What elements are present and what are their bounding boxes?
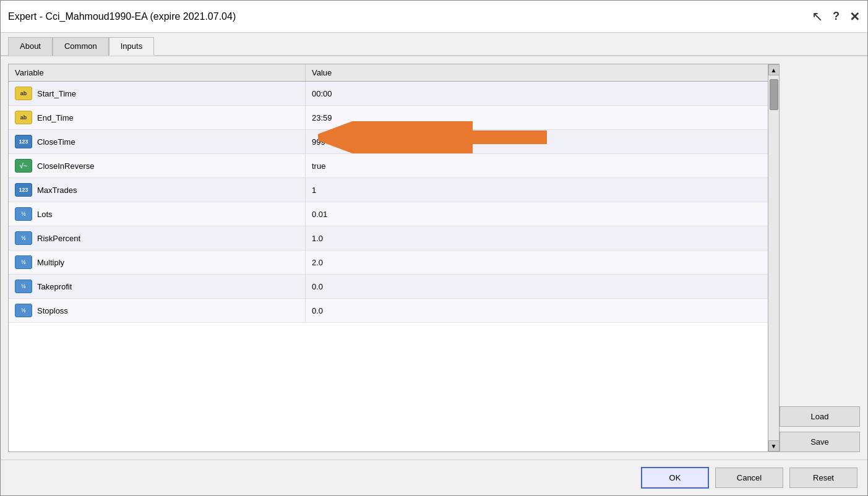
type-icon-123: 123 bbox=[15, 135, 32, 148]
ok-button[interactable]: OK bbox=[641, 467, 709, 489]
cell-value[interactable]: 23:59 bbox=[306, 106, 779, 129]
cell-value[interactable]: 00:00 bbox=[306, 82, 779, 105]
title-bar: Expert - Cci_Mahmoud1990-EA (expire 2021… bbox=[1, 1, 867, 33]
table-row[interactable]: ½ Lots 0.01 bbox=[9, 202, 779, 226]
type-icon-v2-blue: ½ bbox=[15, 207, 32, 221]
cell-variable: ab Start_Time bbox=[9, 82, 306, 105]
variable-name: End_Time bbox=[37, 113, 74, 122]
tab-about[interactable]: About bbox=[8, 37, 53, 56]
variable-name: Start_Time bbox=[37, 89, 76, 98]
type-icon-v2-blue: ½ bbox=[15, 255, 32, 269]
variable-name: CloseInReverse bbox=[37, 161, 95, 171]
cell-value[interactable]: 0.01 bbox=[306, 202, 779, 226]
variable-value: 0.0 bbox=[312, 306, 323, 315]
side-buttons: Load Save bbox=[780, 64, 860, 452]
cell-variable: ½ Lots bbox=[9, 202, 306, 226]
variable-value: 0.0 bbox=[312, 282, 323, 291]
table-row[interactable]: ab Start_Time 00:00 bbox=[9, 82, 779, 106]
variable-value: 00:00 bbox=[312, 89, 332, 98]
cell-variable: ½ Takeprofit bbox=[9, 275, 306, 298]
save-button[interactable]: Save bbox=[780, 432, 860, 452]
bottom-bar: OK Cancel Reset bbox=[1, 460, 867, 495]
table-body[interactable]: ab Start_Time 00:00 ab End_Time bbox=[9, 82, 779, 451]
scroll-thumb[interactable] bbox=[770, 79, 778, 110]
cell-variable: 123 CloseTime bbox=[9, 130, 306, 153]
variable-name: Multiply bbox=[37, 258, 64, 267]
scroll-down-arrow[interactable]: ▼ bbox=[768, 440, 780, 451]
type-icon-v2-blue: ½ bbox=[15, 231, 32, 245]
column-value-header: Value bbox=[306, 64, 779, 81]
variable-name: MaxTrades bbox=[37, 186, 77, 195]
cell-value[interactable]: 0.0 bbox=[306, 275, 779, 298]
variable-name: Stoploss bbox=[37, 306, 68, 315]
table-row-closetime[interactable]: 123 CloseTime 999 bbox=[9, 130, 779, 154]
dialog-title: Expert - Cci_Mahmoud1990-EA (expire 2021… bbox=[8, 11, 236, 22]
table-row[interactable]: ½ Takeprofit 0.0 bbox=[9, 275, 779, 299]
cell-value[interactable]: true bbox=[306, 154, 779, 177]
table-row[interactable]: ½ Multiply 2.0 bbox=[9, 250, 779, 275]
variable-value: 23:59 bbox=[312, 113, 332, 122]
content-area: Variable Value ab Start_Time 00:00 bbox=[1, 56, 867, 460]
variable-value: 0.01 bbox=[312, 210, 327, 219]
cursor-icon: ↖ bbox=[812, 9, 823, 25]
type-icon-ab: ab bbox=[15, 87, 32, 100]
table-wrapper: Variable Value ab Start_Time 00:00 bbox=[8, 64, 860, 452]
tab-common[interactable]: Common bbox=[53, 37, 109, 56]
cell-variable: ½ RiskPercent bbox=[9, 226, 306, 250]
cell-value[interactable]: 0.0 bbox=[306, 299, 779, 322]
variable-name: CloseTime bbox=[37, 137, 75, 147]
inputs-table: Variable Value ab Start_Time 00:00 bbox=[8, 64, 780, 452]
cell-value[interactable]: 1 bbox=[306, 178, 779, 202]
table-row[interactable]: ½ Stoploss 0.0 bbox=[9, 299, 779, 323]
table-row[interactable]: ½ RiskPercent 1.0 bbox=[9, 226, 779, 250]
cell-value[interactable]: 1.0 bbox=[306, 226, 779, 250]
load-button[interactable]: Load bbox=[780, 406, 860, 427]
scrollbar[interactable]: ▲ ▼ bbox=[768, 64, 779, 451]
variable-value: 999 bbox=[312, 137, 325, 147]
variable-name: RiskPercent bbox=[37, 234, 80, 243]
type-icon-v2-green: √~ bbox=[15, 159, 32, 173]
type-icon-123: 123 bbox=[15, 183, 32, 197]
variable-name: Lots bbox=[37, 210, 53, 219]
table-row[interactable]: 123 MaxTrades 1 bbox=[9, 178, 779, 202]
cell-value[interactable]: 2.0 bbox=[306, 250, 779, 274]
scroll-up-arrow[interactable]: ▲ bbox=[768, 64, 780, 75]
cell-variable: ab End_Time bbox=[9, 106, 306, 129]
cell-value[interactable]: 999 bbox=[306, 130, 779, 153]
title-controls: ↖ ? ✕ bbox=[812, 9, 860, 25]
close-button[interactable]: ✕ bbox=[849, 9, 860, 24]
help-button[interactable]: ? bbox=[833, 10, 840, 23]
variable-value: 1.0 bbox=[312, 234, 323, 243]
table-row[interactable]: √~ CloseInReverse true bbox=[9, 154, 779, 178]
cell-variable: ½ Stoploss bbox=[9, 299, 306, 322]
column-variable-header: Variable bbox=[9, 64, 306, 81]
cell-variable: ½ Multiply bbox=[9, 250, 306, 274]
table-header: Variable Value bbox=[9, 64, 779, 82]
tabs-bar: About Common Inputs bbox=[1, 33, 867, 56]
reset-button[interactable]: Reset bbox=[789, 468, 857, 488]
tab-inputs[interactable]: Inputs bbox=[109, 37, 154, 56]
variable-value: 1 bbox=[312, 186, 316, 195]
variable-value: true bbox=[312, 161, 325, 171]
expert-dialog: Expert - Cci_Mahmoud1990-EA (expire 2021… bbox=[0, 0, 868, 496]
cell-variable: √~ CloseInReverse bbox=[9, 154, 306, 177]
variable-name: Takeprofit bbox=[37, 282, 72, 291]
cancel-button[interactable]: Cancel bbox=[715, 468, 783, 488]
type-icon-ab: ab bbox=[15, 111, 32, 124]
table-row[interactable]: ab End_Time 23:59 bbox=[9, 106, 779, 130]
type-icon-v2-blue: ½ bbox=[15, 280, 32, 293]
type-icon-v2-blue: ½ bbox=[15, 304, 32, 317]
variable-value: 2.0 bbox=[312, 258, 323, 267]
cell-variable: 123 MaxTrades bbox=[9, 178, 306, 202]
